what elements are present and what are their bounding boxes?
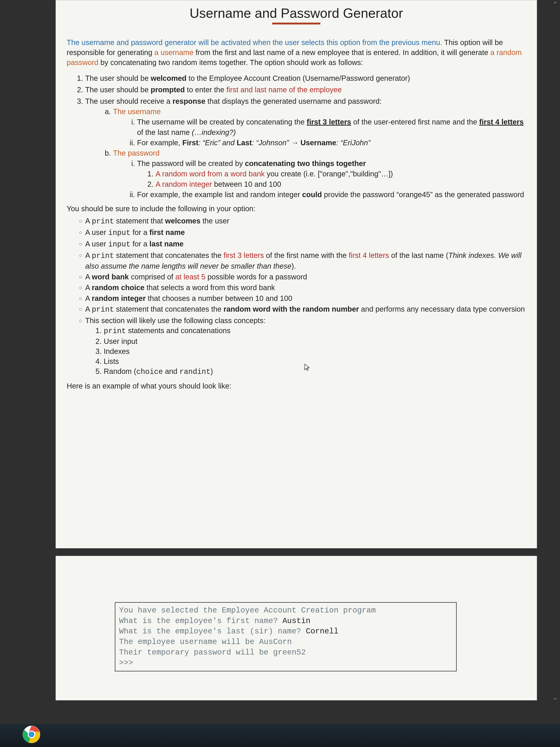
step-3a-i: The username will be created by concaten… [137,117,526,137]
intro-paragraph: The username and password generator will… [67,37,526,68]
req-6: A random choice that selects a word from… [85,283,526,292]
title-rule [272,23,320,24]
console-line-6: >>> [119,658,452,668]
concepts-list: print statements and concatenations User… [96,326,526,377]
console-line-5: Their temporary password will be green52 [119,647,452,658]
step-3b-i-sublist: A random word from a word bank you creat… [148,169,526,189]
scroll-down-icon[interactable]: ⌄ [552,694,559,701]
main-steps-list: The user should be welcomed to the Emplo… [78,73,526,200]
example-intro: Here is an example of what yours should … [67,382,526,390]
concept-2: User input [104,336,526,346]
step-3b-i-1: A random word from a word bank you creat… [156,169,526,179]
step-3b-i: The password will be created by concaten… [137,158,526,189]
step-3: The user should receive a response that … [85,96,526,200]
scroll-up-icon[interactable]: ⌃ [552,1,559,8]
intro-highlight-2: a username [155,48,193,56]
step-3b: The password The password will be create… [113,148,526,200]
screen: Username and Password Generator The user… [0,0,560,747]
document-viewer: Username and Password Generator The user… [56,0,537,700]
step-3b-ii: For example, the example list and random… [137,189,526,200]
req-4: A print statement that concatenates the … [85,250,526,271]
taskbar [0,724,560,747]
step-3a-sublist: The username will be created by concaten… [130,117,526,148]
req-5: A word bank comprised of at least 5 poss… [85,272,526,282]
step-3b-i-2: A random integer between 10 and 100 [156,179,526,189]
req-7: A random integer that chooses a number b… [85,293,526,303]
concept-5: Random (choice and randint) [104,366,526,377]
requirements-heading: You should be sure to include the follow… [67,205,526,213]
console-line-3: What is the employee's last (sir) name? … [119,626,452,637]
step-1: The user should be welcomed to the Emplo… [85,73,526,83]
step-3b-sublist: The password will be created by concaten… [130,158,526,200]
scrollbar[interactable]: ⌃ ⌄ [552,0,559,702]
req-9: This section will likely use the followi… [85,315,526,377]
concept-4: Lists [104,356,526,366]
concept-3: Indexes [104,346,526,356]
console-line-1: You have selected the Employee Account C… [119,605,452,616]
page-title: Username and Password Generator [67,5,526,21]
req-3: A user input for a last name [85,239,526,250]
console-line-4: The employee username will be AusCorn [119,637,452,647]
step-3-sublist: The username The username will be create… [106,106,526,200]
chrome-icon[interactable] [22,725,41,744]
step-3a: The username The username will be create… [113,106,526,148]
document-page-1: Username and Password Generator The user… [56,0,537,548]
requirements-list: A print statement that welcomes the user… [78,216,526,377]
console-line-2: What is the employee's first name? Austi… [119,616,452,626]
step-3a-ii: For example, First: “Eric” and Last: “Jo… [137,137,526,148]
document-page-2: You have selected the Employee Account C… [56,556,537,700]
concept-1: print statements and concatenations [104,326,526,336]
req-8: A print statement that concatenates the … [85,304,526,315]
req-2: A user input for a first name [85,227,526,238]
console-output: You have selected the Employee Account C… [115,602,457,671]
step-2: The user should be prompted to enter the… [85,84,526,95]
req-1: A print statement that welcomes the user [85,216,526,227]
intro-highlight-1: The username and password generator will… [67,38,442,47]
